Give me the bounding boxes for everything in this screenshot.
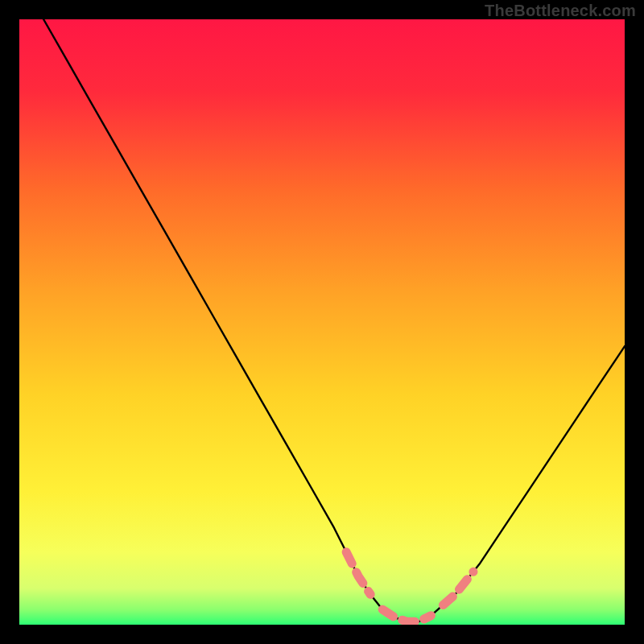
chart-svg bbox=[19, 19, 625, 625]
chart-plot-area bbox=[19, 19, 625, 625]
watermark-text: TheBottleneck.com bbox=[485, 2, 636, 20]
chart-frame: TheBottleneck.com bbox=[0, 0, 644, 644]
chart-background-gradient bbox=[19, 19, 625, 625]
